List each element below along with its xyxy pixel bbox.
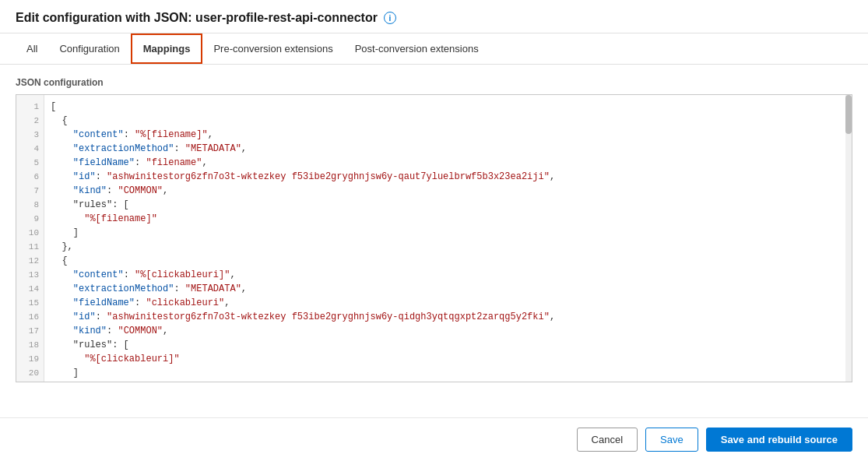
scrollbar-track[interactable] xyxy=(845,95,852,382)
cancel-button[interactable]: Cancel xyxy=(577,428,638,452)
page-title: Edit configuration with JSON: user-profi… xyxy=(16,11,852,25)
code-content[interactable]: [ { "content": "%[filename]", "extractio… xyxy=(44,95,852,382)
code-editor[interactable]: 1234567891011121314151617181920212223242… xyxy=(16,94,852,382)
scrollbar-thumb[interactable] xyxy=(845,95,852,134)
section-label: JSON configuration xyxy=(16,77,852,88)
info-icon[interactable]: i xyxy=(384,12,396,24)
save-button[interactable]: Save xyxy=(645,428,698,452)
tab-all[interactable]: All xyxy=(16,35,48,62)
title-text: Edit configuration with JSON: user-profi… xyxy=(16,11,378,25)
tab-pre-conversion[interactable]: Pre-conversion extensions xyxy=(202,35,343,62)
save-rebuild-button[interactable]: Save and rebuild source xyxy=(706,428,852,452)
tabs-bar: All Configuration Mappings Pre-conversio… xyxy=(0,33,868,65)
tab-configuration[interactable]: Configuration xyxy=(48,35,130,62)
line-numbers: 1234567891011121314151617181920212223242… xyxy=(16,95,44,382)
tab-post-conversion[interactable]: Post-conversion extensions xyxy=(344,35,490,62)
tab-mappings[interactable]: Mappings xyxy=(131,33,203,64)
page-header: Edit configuration with JSON: user-profi… xyxy=(0,0,868,33)
footer: Cancel Save Save and rebuild source xyxy=(0,417,868,461)
content-area: JSON configuration 123456789101112131415… xyxy=(0,65,868,395)
